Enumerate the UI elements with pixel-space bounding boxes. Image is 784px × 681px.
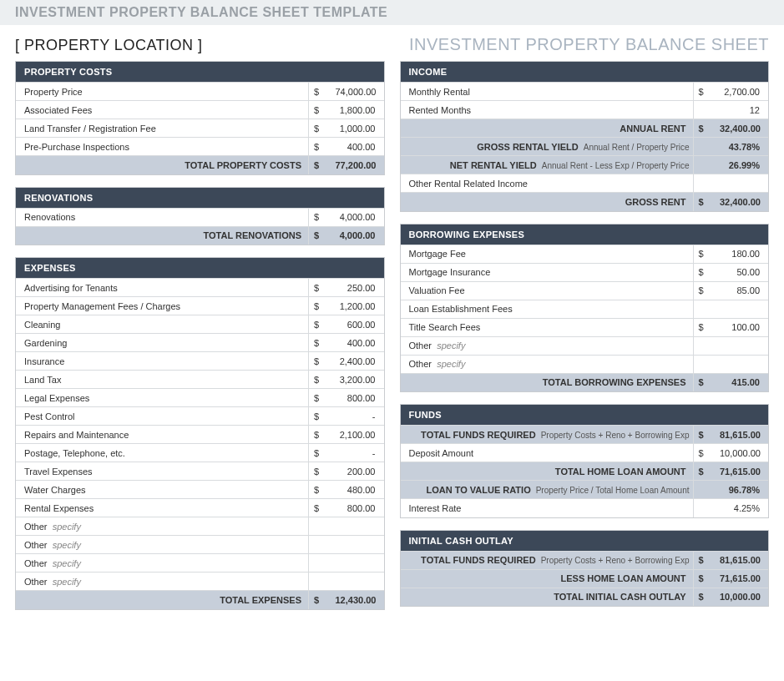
row-desc: Annual Rent - Less Exp / Property Price <box>542 161 690 170</box>
row-label: Other specify <box>16 573 309 591</box>
row-value <box>711 300 768 318</box>
row-value: 71,615.00 <box>711 569 768 588</box>
table-row: Associated Fees $ 1,800.00 <box>16 101 384 119</box>
table-row: Cleaning $ 600.00 <box>16 315 384 334</box>
outlay-tfr-row: TOTAL FUNDS REQUIREDProperty Costs + Ren… <box>401 551 769 569</box>
row-value: 1,200.00 <box>327 297 384 315</box>
row-label: TOTAL FUNDS REQUIRED <box>421 430 536 440</box>
table-row: Insurance $ 2,400.00 <box>16 352 384 371</box>
table-row: Property Price $ 74,000.00 <box>16 83 384 101</box>
renovations-block: RENOVATIONS Renovations $ 4,000.00 TOTAL… <box>15 187 385 246</box>
currency-symbol: $ <box>309 138 327 156</box>
row-value: 96.78% <box>693 481 768 499</box>
currency-symbol: $ <box>693 281 711 300</box>
currency-symbol: $ <box>693 588 711 606</box>
row-value: 81,615.00 <box>711 426 768 444</box>
table-row: Rental Expenses $ 800.00 <box>16 499 384 517</box>
renovations-total-row: TOTAL RENOVATIONS $ 4,000.00 <box>16 226 384 245</box>
borrowing-block: BORROWING EXPENSES Mortgage Fee $ 180.00… <box>400 224 770 393</box>
row-value <box>327 573 384 591</box>
row-value: 400.00 <box>327 334 384 352</box>
currency-symbol: $ <box>693 318 711 336</box>
row-desc: Property Costs + Reno + Borrowing Exp <box>541 431 690 440</box>
deposit-row: Deposit Amount $ 10,000.00 <box>401 444 769 462</box>
other-label: Other <box>24 540 48 550</box>
table-row: Advertising for Tenants $ 250.00 <box>16 279 384 297</box>
row-label: Other specify <box>16 554 309 573</box>
specify-hint: specify <box>53 540 81 550</box>
interest-rate-row: Interest Rate 4.25% <box>401 499 769 517</box>
currency-symbol: $ <box>309 101 327 119</box>
currency-symbol <box>693 300 711 318</box>
funds-header: FUNDS <box>401 405 769 425</box>
row-value <box>327 554 384 573</box>
table-row: Other specify <box>401 355 769 373</box>
row-label: Interest Rate <box>401 499 694 517</box>
currency-symbol: $ <box>309 352 327 371</box>
outlay-header: INITIAL CASH OUTLAY <box>401 531 769 551</box>
row-label: Monthly Rental <box>401 83 694 101</box>
row-label: Other specify <box>401 336 694 355</box>
currency-symbol: $ <box>309 297 327 315</box>
table-row: Postage, Telephone, etc. $ - <box>16 444 384 462</box>
row-value: 50.00 <box>711 263 768 281</box>
currency-cell <box>693 174 711 193</box>
row-value: 32,400.00 <box>711 119 768 138</box>
expenses-block: EXPENSES Advertising for Tenants $ 250.0… <box>15 257 385 610</box>
row-value: 10,000.00 <box>711 588 768 606</box>
currency-symbol: $ <box>309 462 327 481</box>
specify-hint: specify <box>53 558 81 568</box>
row-value: 10,000.00 <box>711 444 768 462</box>
page-title: INVESTMENT PROPERTY BALANCE SHEET TEMPLA… <box>0 0 784 25</box>
row-value: 800.00 <box>327 499 384 517</box>
less-home-loan-row: LESS HOME LOAN AMOUNT $ 71,615.00 <box>401 569 769 588</box>
currency-symbol: $ <box>309 591 327 609</box>
row-value <box>711 174 768 193</box>
table-row: Water Charges $ 480.00 <box>16 481 384 499</box>
property-costs-body: Property Price $ 74,000.00 Associated Fe… <box>16 83 384 156</box>
table-row: Other specify <box>401 336 769 355</box>
currency-symbol: $ <box>693 551 711 569</box>
row-value: 12 <box>711 101 768 119</box>
row-label: Renovations <box>16 208 309 226</box>
row-label: Land Transfer / Registration Fee <box>16 119 309 138</box>
specify-hint: specify <box>53 577 81 587</box>
other-label: Other <box>24 577 48 587</box>
row-value: 480.00 <box>327 481 384 499</box>
row-label: Valuation Fee <box>401 281 694 300</box>
row-label: Mortgage Fee <box>401 245 694 263</box>
right-column: INCOME Monthly Rental $ 2,700.00 Rented … <box>400 61 770 622</box>
row-value: 71,615.00 <box>711 462 768 481</box>
currency-symbol: $ <box>309 444 327 462</box>
row-label: Rented Months <box>401 101 694 119</box>
row-value: 26.99% <box>693 156 768 174</box>
row-value <box>327 517 384 536</box>
row-label: Cleaning <box>16 315 309 334</box>
currency-symbol: $ <box>309 208 327 226</box>
currency-symbol: $ <box>309 389 327 407</box>
row-value: 4.25% <box>693 499 768 517</box>
row-label: NET RENTAL YIELD <box>450 160 537 170</box>
row-value: 32,400.00 <box>711 193 768 211</box>
table-row: Land Tax $ 3,200.00 <box>16 371 384 389</box>
table-row: Other specify <box>16 554 384 573</box>
row-label: Legal Expenses <box>16 389 309 407</box>
total-outlay-row: TOTAL INITIAL CASH OUTLAY $ 10,000.00 <box>401 588 769 606</box>
table-row: Mortgage Fee $ 180.00 <box>401 245 769 263</box>
row-value <box>711 336 768 355</box>
table-row: Gardening $ 400.00 <box>16 334 384 352</box>
row-label: Pre-Purchase Inspections <box>16 138 309 156</box>
currency-cell <box>309 573 327 591</box>
gross-yield-row: GROSS RENTAL YIELDAnnual Rent / Property… <box>401 138 769 156</box>
rented-months-row: Rented Months 12 <box>401 101 769 119</box>
currency-symbol: $ <box>693 245 711 263</box>
currency-symbol: $ <box>309 315 327 334</box>
row-label: Associated Fees <box>16 101 309 119</box>
row-label: Mortgage Insurance <box>401 263 694 281</box>
ltv-row: LOAN TO VALUE RATIOProperty Price / Tota… <box>401 481 769 499</box>
row-label: Deposit Amount <box>401 444 694 462</box>
table-row: Legal Expenses $ 800.00 <box>16 389 384 407</box>
row-label: TOTAL HOME LOAN AMOUNT <box>401 462 694 481</box>
row-label: Other specify <box>16 517 309 536</box>
monthly-rental-row: Monthly Rental $ 2,700.00 <box>401 83 769 101</box>
